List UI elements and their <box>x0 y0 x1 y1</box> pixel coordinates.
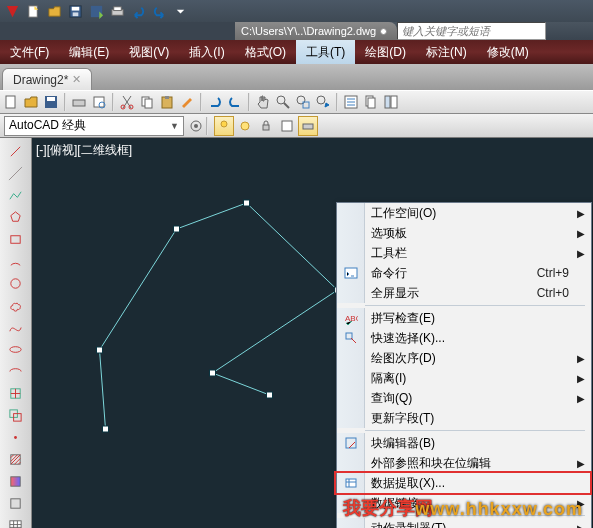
separator <box>112 93 114 111</box>
polyline-icon[interactable] <box>3 185 29 206</box>
menu-edit[interactable]: 编辑(E) <box>59 40 119 64</box>
layer-freeze-icon[interactable] <box>235 116 255 136</box>
tool-palettes-icon[interactable] <box>382 93 400 111</box>
line-icon[interactable] <box>3 141 29 162</box>
menu-format[interactable]: 格式(O) <box>235 40 296 64</box>
menu-item[interactable]: 快速选择(K)... <box>337 328 591 348</box>
spline-icon[interactable] <box>3 317 29 338</box>
menu-item-icon <box>337 473 365 493</box>
open-icon[interactable] <box>47 4 62 19</box>
zoom-realtime-icon[interactable] <box>274 93 292 111</box>
menu-item-label: 绘图次序(D) <box>365 350 573 367</box>
zoom-previous-icon[interactable] <box>314 93 332 111</box>
svg-point-14 <box>129 105 133 109</box>
cut-icon[interactable] <box>118 93 136 111</box>
menu-item-icon: ABC <box>337 308 365 328</box>
pan-icon[interactable] <box>254 93 272 111</box>
redo-icon[interactable] <box>226 93 244 111</box>
polygon-icon[interactable] <box>3 207 29 228</box>
standard-toolbar <box>0 90 593 114</box>
menu-file[interactable]: 文件(F) <box>0 40 59 64</box>
separator <box>336 93 338 111</box>
menu-view[interactable]: 视图(V) <box>119 40 179 64</box>
menu-item[interactable]: 命令行Ctrl+9 <box>337 263 591 283</box>
menu-item[interactable]: 工作空间(O)▶ <box>337 203 591 223</box>
menu-item[interactable]: 更新字段(T) <box>337 408 591 428</box>
menu-dimension[interactable]: 标注(N) <box>416 40 477 64</box>
menu-item[interactable]: 选项板▶ <box>337 223 591 243</box>
qat-droparrow-icon[interactable] <box>173 4 188 19</box>
svg-rect-27 <box>391 96 397 108</box>
layer-plot-icon[interactable] <box>298 116 318 136</box>
rectangle-icon[interactable] <box>3 229 29 250</box>
svg-point-13 <box>121 105 125 109</box>
plot-icon[interactable] <box>70 93 88 111</box>
undo-icon[interactable] <box>206 93 224 111</box>
properties-icon[interactable] <box>342 93 360 111</box>
menu-item[interactable]: 块编辑器(B) <box>337 433 591 453</box>
gradient-icon[interactable] <box>3 471 29 492</box>
undo-icon[interactable] <box>131 4 146 19</box>
redo-icon[interactable] <box>152 4 167 19</box>
sheetset-icon[interactable] <box>362 93 380 111</box>
menu-draw[interactable]: 绘图(D) <box>355 40 416 64</box>
plot-icon[interactable] <box>110 4 125 19</box>
menu-tools[interactable]: 工具(T) <box>296 40 355 64</box>
menu-item[interactable]: ABC拼写检查(E) <box>337 308 591 328</box>
menu-item[interactable]: 工具栏▶ <box>337 243 591 263</box>
svg-rect-26 <box>385 96 390 108</box>
workspace-select[interactable]: AutoCAD 经典 ▼ <box>4 116 184 136</box>
menu-item-icon <box>337 433 365 453</box>
submenu-arrow-icon: ▶ <box>573 248 585 259</box>
insert-block-icon[interactable] <box>3 383 29 404</box>
layer-on-icon[interactable] <box>214 116 234 136</box>
ellipse-icon[interactable] <box>3 339 29 360</box>
construction-line-icon[interactable] <box>3 163 29 184</box>
saveas-icon[interactable] <box>89 4 104 19</box>
revision-cloud-icon[interactable] <box>3 295 29 316</box>
zoom-window-icon[interactable] <box>294 93 312 111</box>
menu-item-label: 全屏显示 <box>365 285 537 302</box>
new-icon[interactable] <box>26 4 41 19</box>
plot-preview-icon[interactable] <box>90 93 108 111</box>
menu-item[interactable]: 全屏显示Ctrl+0 <box>337 283 591 303</box>
save-icon[interactable] <box>42 93 60 111</box>
ws-settings-icon[interactable] <box>188 118 204 134</box>
new-icon[interactable] <box>2 93 20 111</box>
menu-item[interactable]: 外部参照和块在位编辑▶ <box>337 453 591 473</box>
close-icon[interactable]: ✕ <box>72 73 81 86</box>
menu-item-label: 工作空间(O) <box>365 205 573 222</box>
circle-icon[interactable] <box>3 273 29 294</box>
submenu-arrow-icon: ▶ <box>573 373 585 384</box>
menu-item[interactable]: 查询(Q)▶ <box>337 388 591 408</box>
save-icon[interactable] <box>68 4 83 19</box>
svg-rect-33 <box>282 121 292 131</box>
title-dropdown-icon[interactable] <box>380 28 387 35</box>
copy-icon[interactable] <box>138 93 156 111</box>
menu-item-icon <box>337 328 365 348</box>
point-icon[interactable] <box>3 427 29 448</box>
open-icon[interactable] <box>22 93 40 111</box>
layer-color-icon[interactable] <box>277 116 297 136</box>
layer-lock-icon[interactable] <box>256 116 276 136</box>
menu-modify[interactable]: 修改(M) <box>477 40 539 64</box>
menu-item[interactable]: 隔离(I)▶ <box>337 368 591 388</box>
ellipse-arc-icon[interactable] <box>3 361 29 382</box>
doc-tab-drawing2[interactable]: Drawing2* ✕ <box>2 68 92 90</box>
match-props-icon[interactable] <box>178 93 196 111</box>
make-block-icon[interactable] <box>3 405 29 426</box>
arc-icon[interactable] <box>3 251 29 272</box>
menu-item[interactable]: 绘图次序(D)▶ <box>337 348 591 368</box>
table-icon[interactable] <box>3 515 29 528</box>
region-icon[interactable] <box>3 493 29 514</box>
menu-insert[interactable]: 插入(I) <box>179 40 234 64</box>
menu-item-icon <box>337 283 365 303</box>
separator <box>248 93 250 111</box>
paste-icon[interactable] <box>158 93 176 111</box>
layer-state-toggles <box>210 114 322 138</box>
search-input[interactable] <box>397 22 546 40</box>
svg-rect-16 <box>145 99 152 108</box>
app-menu-icon[interactable] <box>5 4 20 19</box>
hatch-icon[interactable] <box>3 449 29 470</box>
menu-item[interactable]: 数据提取(X)... <box>337 473 591 493</box>
